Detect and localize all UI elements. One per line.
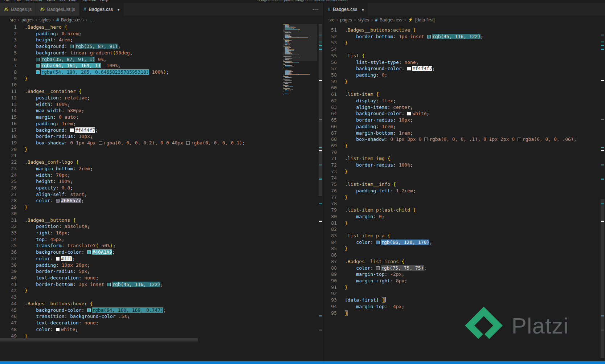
code-line: 59} xyxy=(324,78,600,85)
code-line-text: list-style-type: none; xyxy=(345,59,419,66)
menu-item-run[interactable]: Run xyxy=(69,0,76,2)
menu-item-go[interactable]: Go xyxy=(60,0,65,2)
breadcrumb-item-badges-css[interactable]: Badges.css xyxy=(61,17,83,23)
scrollbar-thumb[interactable] xyxy=(319,24,322,196)
line-number: 87 xyxy=(324,258,337,265)
code-token: background-color xyxy=(356,111,401,116)
tab-badgeslist-js[interactable]: JSBadgesList.js xyxy=(36,3,79,16)
code-token: box-shadow xyxy=(356,136,384,142)
line-number: 18 xyxy=(0,133,17,140)
code-token: : xyxy=(50,230,56,236)
code-token: ; xyxy=(87,262,90,268)
overview-ruler-mark xyxy=(601,330,604,331)
breadcrumb-item-src[interactable]: src xyxy=(328,17,334,23)
menu-item-edit[interactable]: Edit xyxy=(15,0,21,2)
code-token: -2px xyxy=(390,271,401,277)
line-number: 78 xyxy=(324,200,337,207)
code-editor-left[interactable]: 1.Badges__hero {2 padding: 0.5rem;3 heig… xyxy=(0,24,318,361)
code-token: absolute xyxy=(65,224,87,229)
code-line-text: height: 4rem; xyxy=(25,37,73,43)
code-line-text: align-items: center; xyxy=(345,104,413,111)
code-token: : xyxy=(73,282,79,287)
minimap[interactable] xyxy=(283,24,317,95)
code-token xyxy=(345,278,356,283)
code-token: ; xyxy=(62,237,65,242)
code-token: background-color xyxy=(36,249,81,255)
window-titlebar: FileEditSelectionViewGoRunTerminalHelp b… xyxy=(0,0,605,3)
code-line: 33 right: 16px; xyxy=(0,230,318,236)
tab-badges-css[interactable]: #Badges.css● xyxy=(79,3,124,16)
code-line-text: border-radius: 10px; xyxy=(345,117,413,123)
code-token: .list xyxy=(345,53,359,58)
code-line-text: background-color: #40A1A9; xyxy=(25,249,115,255)
code-line-text: color: #686577; xyxy=(25,197,84,204)
editor-actions-more-icon[interactable]: ⋯ xyxy=(312,3,318,16)
breadcrumb-item-styles[interactable]: styles xyxy=(358,17,369,23)
modified-indicator[interactable]: ● xyxy=(361,7,364,12)
modified-indicator[interactable]: ● xyxy=(117,7,120,12)
code-token: ; xyxy=(426,111,429,116)
code-line-text: .Badges__container { xyxy=(25,88,82,95)
code-token: ; xyxy=(76,114,79,120)
vertical-scrollbar-right[interactable] xyxy=(600,24,605,361)
line-number: 42 xyxy=(0,287,17,294)
code-token: ; xyxy=(72,256,75,261)
code-token: border-radius xyxy=(356,117,393,123)
code-token: : xyxy=(393,117,399,123)
code-token: : xyxy=(56,262,62,268)
code-token: : xyxy=(73,269,79,274)
menu-item-file[interactable]: File xyxy=(4,0,10,2)
tab-badges-css[interactable]: #Badges.css● xyxy=(324,3,368,16)
code-token: ; xyxy=(382,214,385,219)
scrollbar-thumb[interactable] xyxy=(601,199,604,358)
menu-item-view[interactable]: View xyxy=(46,0,55,2)
overview-ruler-mark xyxy=(601,80,604,81)
code-token: , xyxy=(104,57,107,62)
code-line-text: } xyxy=(25,204,28,210)
overview-ruler-mark xyxy=(319,164,322,165)
line-number: 17 xyxy=(0,127,17,134)
code-line-text: padding: 10px 20px; xyxy=(25,262,90,269)
code-token: ; xyxy=(70,179,73,184)
minimap-slider[interactable] xyxy=(283,24,317,61)
code-token: { xyxy=(413,207,416,213)
vertical-scrollbar-left[interactable] xyxy=(318,24,323,361)
breadcrumb-item-pages[interactable]: pages xyxy=(340,17,352,23)
code-line-text: } xyxy=(25,75,28,82)
tab-badges-js[interactable]: JSBadges.js xyxy=(0,3,36,16)
code-token: 0.8 xyxy=(62,185,70,191)
code-token xyxy=(25,127,36,133)
breadcrumb-item-item[interactable]: … xyxy=(90,17,94,23)
line-number: 89 xyxy=(324,271,337,278)
breadcrumb-item-src[interactable]: src xyxy=(10,17,16,23)
code-token: width xyxy=(36,172,50,178)
horizontal-scrollbar-thumb[interactable] xyxy=(0,338,198,341)
code-line: 90 margin-right: 8px; xyxy=(324,278,600,284)
code-token xyxy=(390,181,393,187)
code-token: ; xyxy=(82,108,85,113)
color-swatch-icon xyxy=(36,64,40,68)
code-line: 75.list-item__info { xyxy=(324,181,600,188)
code-token: 5px xyxy=(79,269,87,274)
breadcrumb-item-pages[interactable]: pages xyxy=(21,17,33,23)
breadcrumb-item-styles[interactable]: styles xyxy=(39,17,50,23)
overview-ruler-mark xyxy=(601,34,604,36)
code-token: , xyxy=(155,140,160,146)
menu-item-selection[interactable]: Selection xyxy=(26,0,42,2)
code-token xyxy=(25,269,36,274)
code-token: : xyxy=(370,265,376,271)
line-number: 33 xyxy=(0,230,17,236)
code-line: 48 color: white; xyxy=(0,326,318,333)
code-token xyxy=(25,63,36,68)
code-token: margin xyxy=(36,114,53,120)
overview-ruler-mark xyxy=(319,45,322,46)
menu-item-terminal[interactable]: Terminal xyxy=(81,0,96,2)
menu-item-help[interactable]: Help xyxy=(100,0,109,2)
code-token: white xyxy=(412,111,426,116)
code-token: -4px xyxy=(390,304,401,309)
breadcrumb-item-data-first[interactable]: [data-first] xyxy=(415,17,434,23)
breadcrumb-item-badges-css[interactable]: Badges.css xyxy=(380,17,402,23)
code-token: : xyxy=(385,136,391,142)
code-line-text: } xyxy=(345,143,348,149)
code-token xyxy=(25,69,36,75)
